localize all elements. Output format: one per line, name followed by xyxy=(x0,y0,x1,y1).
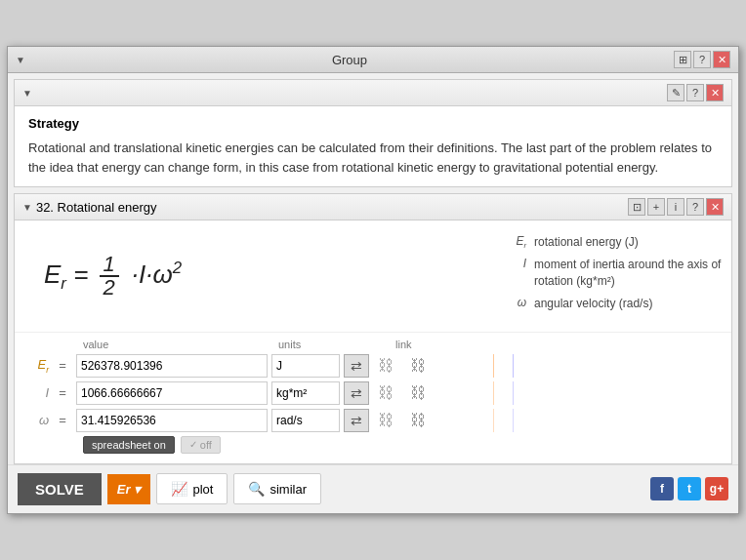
problem-controls: ⊡ + i ? ✕ xyxy=(628,198,724,216)
var-desc-er: rotational energy (J) xyxy=(534,234,639,251)
value-input-er[interactable] xyxy=(76,354,268,378)
header-units: units xyxy=(278,339,395,350)
strategy-title: Strategy xyxy=(28,116,718,131)
swap-btn-omega[interactable]: ⇄ xyxy=(344,409,369,432)
similar-label: similar xyxy=(269,482,307,497)
var-symbol-omega: ω xyxy=(507,296,526,309)
er-dropdown-arrow: ▾ xyxy=(134,482,141,497)
problem-add-button[interactable]: + xyxy=(647,198,665,216)
strategy-close-button[interactable]: ✕ xyxy=(706,84,724,101)
strategy-header: ▼ ✎ ? ✕ xyxy=(15,80,731,106)
units-input-er[interactable] xyxy=(271,354,340,378)
strategy-help-button[interactable]: ? xyxy=(686,84,704,101)
var-symbol-i: I xyxy=(507,257,526,270)
spreadsheet-off-button[interactable]: ✓ off xyxy=(181,436,221,454)
spreadsheet-toggle: spreadsheet on ✓ off xyxy=(83,436,722,454)
value-input-i[interactable] xyxy=(76,381,268,405)
units-input-i[interactable] xyxy=(271,381,340,405)
check-icon: ✓ xyxy=(189,439,197,450)
problem-section: ▼ 32. Rotational energy ⊡ + i ? ✕ Er = xyxy=(14,193,732,463)
equals-omega: = xyxy=(53,413,72,427)
var-symbol-er: Er xyxy=(507,234,526,250)
facebook-button[interactable]: f xyxy=(650,477,674,500)
problem-title: 32. Rotational energy xyxy=(36,200,157,215)
similar-icon: 🔍 xyxy=(248,481,265,497)
googleplus-button[interactable]: g+ xyxy=(705,477,728,500)
header-link: link xyxy=(395,339,454,350)
link-icon-er[interactable]: ⛓ xyxy=(373,354,398,378)
problem-window-button[interactable]: ⊡ xyxy=(628,198,645,216)
bottom-bar: SOLVE Er ▾ 📈 plot 🔍 similar f t g+ xyxy=(8,464,738,513)
symbol-er: Er xyxy=(24,357,49,375)
strategy-controls: ✎ ? ✕ xyxy=(667,84,724,101)
input-area: value units link Er = ⇄ ⛓ ⛓ I = xyxy=(15,332,731,463)
value-input-omega[interactable] xyxy=(76,409,268,432)
close-button[interactable]: ✕ xyxy=(713,51,730,68)
twitter-button[interactable]: t xyxy=(678,477,701,500)
equals-i: = xyxy=(53,385,72,400)
units-input-omega[interactable] xyxy=(271,409,340,432)
er-dropdown-button[interactable]: Er ▾ xyxy=(107,474,151,504)
formula-display: Er = 1 2 ·I·ω2 xyxy=(44,254,182,299)
swap-btn-er[interactable]: ⇄ xyxy=(344,354,369,378)
chain-omega: ⛓ xyxy=(410,412,426,429)
spreadsheet-off-label: off xyxy=(200,439,212,451)
var-row-er: Er rotational energy (J) xyxy=(507,234,722,251)
help-button[interactable]: ? xyxy=(693,51,711,68)
link-icon-i[interactable]: ⛓ xyxy=(373,381,398,405)
chain-i: ⛓ xyxy=(410,384,426,402)
link-icon-omega[interactable]: ⛓ xyxy=(373,409,398,432)
strategy-arrow[interactable]: ▼ xyxy=(22,88,32,99)
problem-arrow[interactable]: ▼ xyxy=(22,202,32,213)
spreadsheet-on-button[interactable]: spreadsheet on xyxy=(83,436,175,454)
symbol-omega: ω xyxy=(24,413,49,427)
er-dropdown-label: Er xyxy=(117,482,131,497)
problem-body: Er = 1 2 ·I·ω2 Er rotational energy (J) … xyxy=(15,220,731,331)
input-row-omega: ω = ⇄ ⛓ ⛓ xyxy=(24,409,722,432)
strategy-section: ▼ ✎ ? ✕ Strategy Rotational and translat… xyxy=(14,79,732,187)
similar-button[interactable]: 🔍 similar xyxy=(233,473,321,504)
strategy-text: Rotational and translational kinetic ene… xyxy=(28,139,718,177)
problem-header: ▼ 32. Rotational energy ⊡ + i ? ✕ xyxy=(15,194,731,220)
plot-button[interactable]: 📈 plot xyxy=(156,473,228,504)
equals-er: = xyxy=(53,358,72,373)
title-bar: ▼ Group ⊞ ? ✕ xyxy=(8,47,738,73)
strategy-content: Strategy Rotational and translational ki… xyxy=(15,106,731,186)
problem-close-button[interactable]: ✕ xyxy=(706,198,724,216)
bottom-left: SOLVE Er ▾ 📈 plot 🔍 similar xyxy=(18,473,321,505)
maximize-button[interactable]: ⊞ xyxy=(674,51,691,68)
problem-help-button[interactable]: ? xyxy=(686,198,704,216)
main-window: ▼ Group ⊞ ? ✕ ▼ ✎ ? ✕ Strategy Rotationa… xyxy=(7,46,739,513)
var-desc-i: moment of inertia around the axis of rot… xyxy=(534,257,722,290)
window-arrow[interactable]: ▼ xyxy=(16,55,25,65)
var-desc-omega: angular velocity (rad/s) xyxy=(534,296,652,312)
var-row-omega: ω angular velocity (rad/s) xyxy=(507,296,722,312)
plot-label: plot xyxy=(192,482,213,497)
symbol-i: I xyxy=(24,385,49,400)
problem-info-button[interactable]: i xyxy=(667,198,684,216)
var-row-i: I moment of inertia around the axis of r… xyxy=(507,257,722,290)
strategy-edit-button[interactable]: ✎ xyxy=(667,84,684,101)
input-row-er: Er = ⇄ ⛓ ⛓ xyxy=(24,354,722,378)
swap-btn-i[interactable]: ⇄ xyxy=(344,381,369,405)
formula-area: Er = 1 2 ·I·ω2 xyxy=(24,230,507,321)
chain-er: ⛓ xyxy=(410,357,426,375)
plot-icon: 📈 xyxy=(171,481,187,497)
input-row-i: I = ⇄ ⛓ ⛓ xyxy=(24,381,722,405)
window-title: Group xyxy=(25,53,674,67)
variables-area: Er rotational energy (J) I moment of ine… xyxy=(507,230,722,321)
input-header: value units link xyxy=(83,339,722,350)
social-icons: f t g+ xyxy=(650,477,728,500)
solve-button[interactable]: SOLVE xyxy=(18,473,102,505)
title-bar-controls: ⊞ ? ✕ xyxy=(674,51,730,68)
header-value: value xyxy=(83,339,278,350)
